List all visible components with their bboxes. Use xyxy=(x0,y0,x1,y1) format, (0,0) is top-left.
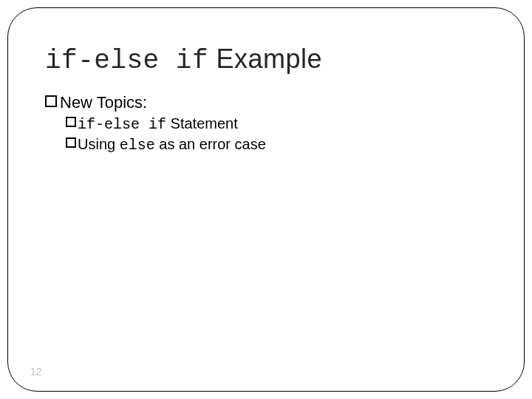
list-item-text: Using else as an error case xyxy=(78,134,266,155)
content-area: New Topics: if-else if Statement Using e… xyxy=(45,92,487,155)
text: Using xyxy=(78,136,120,152)
square-bullet-icon xyxy=(66,137,76,148)
code-text: else xyxy=(120,137,155,154)
title-code: if-else if xyxy=(45,46,208,76)
slide-frame: if-else if Example New Topics: if-else i… xyxy=(7,7,525,392)
square-bullet-icon xyxy=(66,117,76,127)
list-item-text: if-else if Statement xyxy=(78,114,238,134)
slide-title: if-else if Example xyxy=(45,44,487,76)
topic-heading-row: New Topics: xyxy=(45,92,487,114)
slide: if-else if Example New Topics: if-else i… xyxy=(0,0,532,399)
list-item: Using else as an error case xyxy=(66,134,487,155)
text: Statement xyxy=(166,115,238,132)
list-item: if-else if Statement xyxy=(66,114,487,134)
topics-label: New Topics: xyxy=(60,92,147,114)
page-number: 12 xyxy=(30,366,42,378)
title-rest: Example xyxy=(208,44,322,74)
code-text: if-else if xyxy=(78,116,166,133)
square-bullet-icon xyxy=(45,95,57,107)
text: as an error case xyxy=(155,136,266,152)
